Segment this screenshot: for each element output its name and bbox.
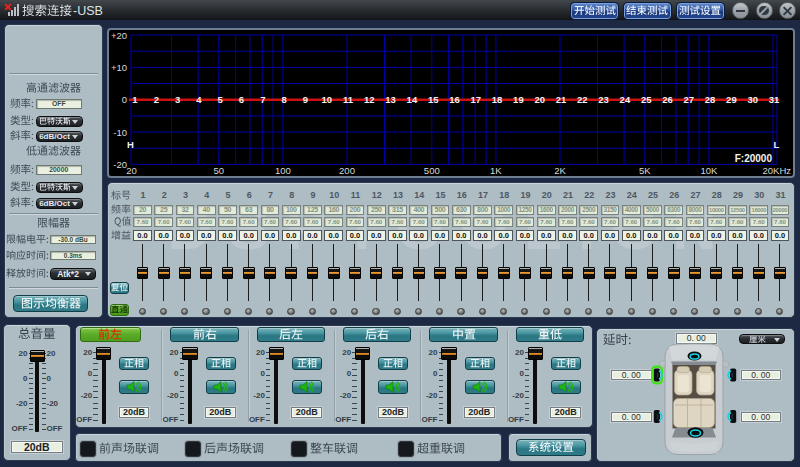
svg-text:31: 31 xyxy=(769,94,780,105)
svg-text:16: 16 xyxy=(449,94,460,105)
svg-text:10: 10 xyxy=(321,94,332,105)
svg-text:+20: +20 xyxy=(111,30,127,41)
svg-text:24: 24 xyxy=(620,94,631,105)
svg-text:-10: -10 xyxy=(113,127,127,138)
svg-text:25: 25 xyxy=(641,94,652,105)
svg-text:15: 15 xyxy=(428,94,439,105)
svg-text:2: 2 xyxy=(154,94,159,105)
svg-text:20: 20 xyxy=(534,94,545,105)
svg-text:10K: 10K xyxy=(700,165,718,176)
svg-text:27: 27 xyxy=(684,94,695,105)
svg-text:3: 3 xyxy=(175,94,180,105)
svg-text:29: 29 xyxy=(726,94,737,105)
svg-text:20KHz: 20KHz xyxy=(762,165,791,176)
svg-text:200: 200 xyxy=(339,165,355,176)
svg-text:50: 50 xyxy=(214,165,225,176)
svg-text:1: 1 xyxy=(132,94,138,105)
svg-text:5: 5 xyxy=(218,94,224,105)
svg-text:100: 100 xyxy=(275,165,291,176)
svg-text:13: 13 xyxy=(385,94,396,105)
svg-text:F:20000: F:20000 xyxy=(735,153,773,164)
svg-text:1K: 1K xyxy=(490,165,502,176)
svg-text:H: H xyxy=(127,139,134,150)
svg-text:7: 7 xyxy=(260,94,265,105)
svg-text:2K: 2K xyxy=(554,165,566,176)
svg-text:500: 500 xyxy=(424,165,440,176)
svg-text:30: 30 xyxy=(747,94,758,105)
svg-text:11: 11 xyxy=(343,94,354,105)
svg-text:28: 28 xyxy=(705,94,716,105)
svg-text:+10: +10 xyxy=(111,62,127,73)
svg-text:0: 0 xyxy=(122,94,127,105)
svg-text:6: 6 xyxy=(239,94,244,105)
svg-text:8: 8 xyxy=(281,94,286,105)
svg-text:19: 19 xyxy=(513,94,524,105)
svg-text:4: 4 xyxy=(196,94,202,105)
svg-text:12: 12 xyxy=(364,94,375,105)
svg-text:20: 20 xyxy=(126,165,137,176)
svg-text:21: 21 xyxy=(556,94,567,105)
svg-text:14: 14 xyxy=(407,94,418,105)
svg-text:9: 9 xyxy=(303,94,308,105)
svg-text:17: 17 xyxy=(471,94,482,105)
svg-text:18: 18 xyxy=(492,94,503,105)
svg-text:-20: -20 xyxy=(113,159,127,170)
svg-text:L: L xyxy=(774,139,780,150)
svg-text:22: 22 xyxy=(577,94,588,105)
svg-text:26: 26 xyxy=(662,94,673,105)
svg-text:5K: 5K xyxy=(639,165,651,176)
svg-text:23: 23 xyxy=(598,94,609,105)
